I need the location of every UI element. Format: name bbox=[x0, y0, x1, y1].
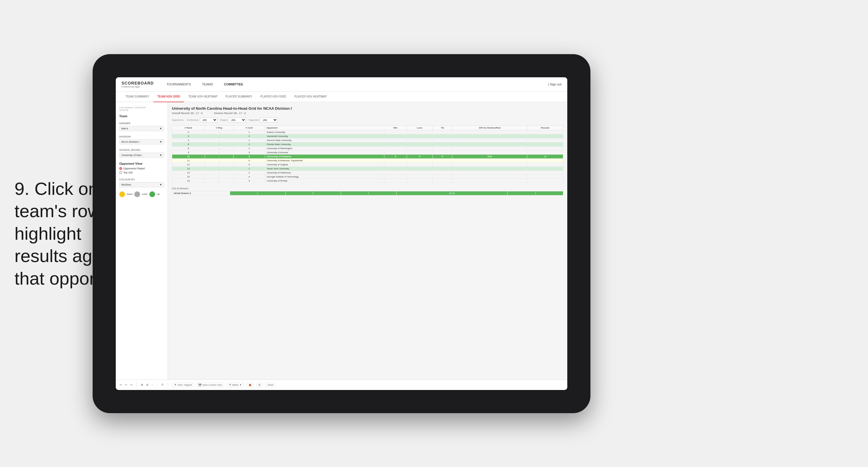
school-label: School (Rank) bbox=[119, 148, 164, 151]
division-label: Division bbox=[119, 135, 164, 138]
nav-tournaments[interactable]: TOURNAMENTS bbox=[165, 83, 192, 86]
legend-down bbox=[119, 192, 125, 197]
radio-opponents-played[interactable]: Opponents Played bbox=[119, 167, 164, 170]
col-loss: Loss bbox=[407, 125, 433, 130]
clock-icon: ⏱ bbox=[161, 383, 164, 386]
nav-teams[interactable]: TEAMS bbox=[201, 83, 214, 86]
col-opponent: Opponent bbox=[265, 125, 384, 130]
minus-icon: − bbox=[151, 383, 153, 386]
grid-header: University of North Carolina Head-to-Hea… bbox=[172, 106, 563, 122]
opponent-view-heading: Opponent View bbox=[119, 162, 164, 165]
gender-value[interactable]: Men's ▼ bbox=[119, 126, 164, 131]
left-panel: Last Updated: 27/03/2024 16:55:38 Team G… bbox=[116, 102, 168, 380]
view-original-btn[interactable]: 👁 View: Original bbox=[172, 383, 194, 387]
nav-committee[interactable]: COMMITTEE bbox=[223, 83, 244, 86]
share-icon-btn[interactable]: 📤 bbox=[247, 383, 253, 387]
share-btn[interactable]: Share bbox=[266, 383, 276, 387]
table-row[interactable]: 11-6University of Arkansas, Fayetteville bbox=[172, 158, 563, 163]
instruction-number: 9. bbox=[14, 179, 30, 199]
sep1 bbox=[136, 382, 137, 387]
table-row[interactable]: 8-2University of Washington bbox=[172, 146, 563, 150]
out-of-division-label: Out of division bbox=[172, 187, 563, 190]
data-table: # Rank # Reg # Conf Opponent Win Loss Ti… bbox=[172, 125, 563, 183]
back-icon[interactable]: ↪ bbox=[130, 383, 132, 386]
division-section: Division NCAA Division I ▼ bbox=[119, 135, 164, 144]
out-win: 1 bbox=[230, 191, 286, 195]
conference-filter: Conference (All) bbox=[187, 118, 217, 122]
table-row[interactable]: 16-3University of Florida bbox=[172, 179, 563, 183]
subnav-player-h2h-grid[interactable]: PLAYER H2H GRID bbox=[256, 92, 290, 102]
bottom-toolbar: ↩ ↩ ↪ ⊞ ⊟ − ⏱ 👁 View: Original 💾 Save Cu… bbox=[116, 380, 567, 390]
out-diff: 26.00 bbox=[396, 191, 508, 195]
subnav-team-h2h-heatmap[interactable]: TEAM H2H HEATMAP bbox=[184, 92, 221, 102]
table-row[interactable]: 3-2Vanderbilt University bbox=[172, 134, 563, 138]
record-row: Overall Record: 89 - 17 - 0 Division Rec… bbox=[172, 112, 563, 115]
tablet-screen: SCOREBOARD Powered by clippi TOURNAMENTS… bbox=[116, 77, 567, 390]
table-row[interactable]: 4-1Arizona State University bbox=[172, 138, 563, 142]
table-row[interactable]: 2-1Auburn University bbox=[172, 130, 563, 134]
subnav-team-summary[interactable]: TEAM SUMMARY bbox=[122, 92, 153, 102]
undo-icon[interactable]: ↩ bbox=[120, 383, 122, 386]
table-row[interactable]: 6-2Florida State University bbox=[172, 142, 563, 146]
grid-view-btn[interactable]: ⊞ bbox=[256, 383, 262, 387]
radio-dot-selected bbox=[119, 167, 122, 170]
save-icon: 💾 bbox=[198, 384, 202, 386]
save-custom-view-btn[interactable]: 💾 Save Custom View bbox=[196, 383, 224, 387]
sub-nav: TEAM SUMMARY TEAM H2H GRID TEAM H2H HEAT… bbox=[116, 92, 567, 102]
opponent-view-section: Opponent View Opponents Played Top 100 bbox=[119, 162, 164, 174]
grid-area: University of North Carolina Head-to-Hea… bbox=[168, 102, 567, 380]
logo-area: SCOREBOARD Powered by clippi bbox=[122, 81, 154, 88]
opponents-label: Opponents: bbox=[172, 119, 184, 121]
colour-by-value[interactable]: Win/loss ▼ bbox=[119, 182, 164, 187]
table-row[interactable]: 14-2University of Oklahoma bbox=[172, 171, 563, 175]
table-row[interactable]: 12-3University of Virginia bbox=[172, 163, 563, 167]
gender-section: Gender Men's ▼ bbox=[119, 122, 164, 131]
out-tie: 0 bbox=[341, 191, 397, 195]
redo-icon[interactable]: ↩ bbox=[125, 383, 127, 386]
split-icon: ⊟ bbox=[146, 383, 149, 386]
watch-btn[interactable]: 👁 Watch ▼ bbox=[227, 383, 244, 387]
nav-links: TOURNAMENTS TEAMS COMMITTEE bbox=[165, 83, 539, 86]
conference-select[interactable]: (All) bbox=[200, 118, 217, 122]
table-row[interactable]: 11-5University of Alabama3002.618 bbox=[172, 154, 563, 158]
logo-title: SCOREBOARD bbox=[122, 81, 154, 85]
division-value[interactable]: NCAA Division I ▼ bbox=[119, 139, 164, 144]
nav-sign-out[interactable]: | Sign out bbox=[548, 83, 561, 86]
main-content: Last Updated: 27/03/2024 16:55:38 Team G… bbox=[116, 102, 567, 380]
region-select[interactable]: (All) bbox=[229, 118, 246, 122]
subnav-player-h2h-heatmap[interactable]: PLAYER H2H HEATMAP bbox=[290, 92, 331, 102]
subnav-team-h2h-grid[interactable]: TEAM H2H GRID bbox=[153, 92, 184, 102]
table-row[interactable]: 15-4Georgia Institute of Technology bbox=[172, 175, 563, 179]
school-value[interactable]: University of Nort... ▼ bbox=[119, 153, 164, 158]
view-icon: 👁 bbox=[174, 384, 177, 386]
out-rounds: 3 bbox=[508, 191, 563, 195]
radio-top100[interactable]: Top 100 bbox=[119, 171, 164, 174]
watch-icon: 👁 bbox=[229, 384, 231, 386]
legend-up bbox=[149, 192, 155, 197]
region-filter: Region (All) bbox=[220, 118, 246, 122]
col-win: Win bbox=[384, 125, 407, 130]
out-of-division: Out of division NCAA Division II 1 0 0 2… bbox=[172, 187, 563, 196]
team-section: Team bbox=[119, 114, 164, 118]
out-division-name: NCAA Division II bbox=[172, 191, 230, 195]
table-row[interactable]: 13-1Texas Tech University bbox=[172, 167, 563, 171]
watch-chevron: ▼ bbox=[239, 384, 242, 386]
subnav-player-summary[interactable]: PLAYER SUMMARY bbox=[221, 92, 256, 102]
gender-label: Gender bbox=[119, 122, 164, 125]
radio-dot-unselected bbox=[119, 171, 122, 174]
opponent-radio-group: Opponents Played Top 100 bbox=[119, 167, 164, 174]
sep3 bbox=[168, 382, 168, 387]
opponent-filter: Opponent (All) bbox=[249, 118, 278, 122]
filters-row: Opponents: Conference (All) Region (All) bbox=[172, 118, 563, 122]
col-diff: Diff Av Strokes/Rnd bbox=[453, 125, 527, 130]
logo-sub: Powered by clippi bbox=[122, 85, 154, 88]
colour-by-section: Colour by Win/loss ▼ bbox=[119, 178, 164, 187]
legend-level bbox=[134, 192, 140, 197]
grid-icon: ⊞ bbox=[141, 383, 143, 386]
out-division-row[interactable]: NCAA Division II 1 0 0 26.00 3 bbox=[172, 191, 563, 195]
col-reg: # Reg bbox=[205, 125, 233, 130]
opponent-select[interactable]: (All) bbox=[260, 118, 278, 122]
school-section: School (Rank) University of Nort... ▼ bbox=[119, 148, 164, 158]
division-record: Division Record: 88 - 17 - 0 bbox=[214, 112, 246, 115]
table-row[interactable]: 9-3University of Arizona bbox=[172, 150, 563, 154]
